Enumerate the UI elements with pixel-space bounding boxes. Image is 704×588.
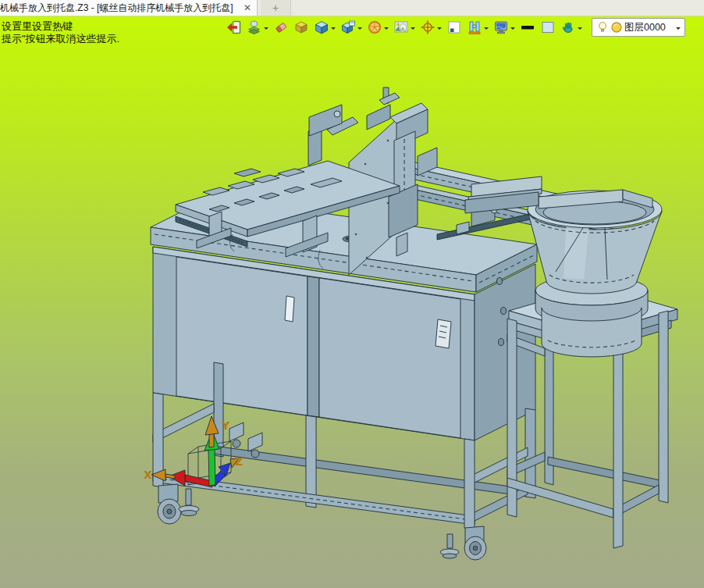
section-profile-icon[interactable] (467, 20, 482, 35)
layer-selector-value: 图层0000 (624, 21, 670, 34)
hand-layers-icon[interactable] (247, 20, 262, 35)
cube-window-icon[interactable] (340, 20, 356, 35)
y-axis-arrow (208, 448, 215, 486)
pan-hand-icon[interactable] (560, 20, 576, 35)
hint-line-1: 设置里设置热键 (2, 20, 119, 33)
layer-circle-icon (610, 21, 623, 34)
dropdown-caret[interactable] (484, 27, 489, 32)
view-toolbar: 图层0000 (226, 18, 700, 37)
dropdown-caret[interactable] (676, 27, 681, 32)
dropdown-caret[interactable] (411, 27, 415, 32)
corner-square-icon[interactable] (446, 20, 462, 35)
dropdown-caret[interactable] (384, 27, 389, 32)
eraser-icon[interactable] (273, 20, 289, 35)
document-tab-title: 机械手放入到托盘.Z3 - [螺丝自动排序机械手放入到托盘] (0, 2, 237, 15)
y-axis-label: Y (221, 419, 230, 432)
plus-icon: + (272, 2, 279, 14)
dropdown-caret[interactable] (331, 27, 336, 32)
tab-bar: 机械手放入到托盘.Z3 - [螺丝自动排序机械手放入到托盘] ✕ + (0, 0, 704, 16)
x-axis-label: X (144, 469, 152, 481)
crosshair-target-icon[interactable] (420, 20, 436, 35)
line-width-icon[interactable] (520, 20, 535, 35)
layer-selector[interactable]: 图层0000 (592, 18, 685, 37)
bulb-icon (596, 21, 609, 34)
dropdown-caret[interactable] (510, 27, 515, 32)
dropdown-caret[interactable] (437, 27, 442, 32)
document-tab[interactable]: 机械手放入到托盘.Z3 - [螺丝自动排序机械手放入到托盘] ✕ (0, 0, 258, 16)
hint-messages: 设置里设置热键 提示"按钮来取消这些提示. (2, 20, 119, 45)
dropdown-caret[interactable] (357, 27, 362, 32)
z-axis-label: Z (235, 455, 243, 468)
wireframe-sphere-icon[interactable] (367, 20, 382, 35)
isometric-box-icon[interactable] (293, 20, 309, 35)
cad-model-3d[interactable]: X Y Z (0, 0, 704, 588)
monitor-icon[interactable] (493, 20, 509, 35)
viewport-3d[interactable]: X Y Z 设置里设置热键 提示"按钮来取消这些提示. 图层0000 (0, 0, 704, 588)
tab-close-icon[interactable]: ✕ (241, 2, 254, 13)
image-zoom-icon[interactable] (393, 20, 409, 35)
exit-icon[interactable] (226, 20, 242, 35)
new-tab-button[interactable]: + (261, 0, 291, 16)
hint-line-2: 提示"按钮来取消这些提示. (2, 33, 119, 45)
dropdown-caret[interactable] (578, 27, 582, 32)
color-swatch-icon[interactable] (540, 20, 556, 35)
dropdown-caret[interactable] (264, 27, 268, 32)
shaded-cube-icon[interactable] (314, 20, 329, 35)
